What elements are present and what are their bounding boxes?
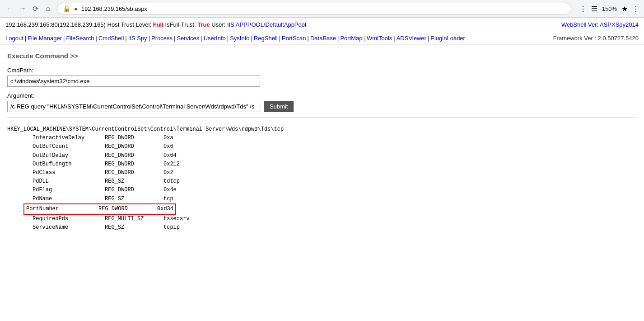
nav-userinfo[interactable]: UserInfo (204, 35, 226, 42)
reg-entry-type: REG_DWORD (105, 169, 163, 177)
grid-icon: ⋮ (579, 5, 587, 13)
nav-logout[interactable]: Logout (5, 35, 23, 42)
reg-entry-name: PdFlag (33, 186, 105, 194)
nav-database[interactable]: DataBase (310, 35, 336, 42)
reg-entries: InteractiveDelayREG_DWORD0xaOutBufCountR… (7, 134, 637, 232)
host-text: 192.168.239.165:80(192.168.239.165) (5, 21, 106, 28)
info-bar-left: 192.168.239.165:80(192.168.239.165) Host… (5, 21, 306, 28)
framework-version: Framework Ver : 2.0.50727.5420 (553, 35, 639, 42)
info-bar: 192.168.239.165:80(192.168.239.165) Host… (0, 18, 644, 32)
refresh-button[interactable]: ⟳ (30, 3, 41, 14)
nav-regshell[interactable]: RegShell (254, 35, 278, 42)
info-bar-right: WebShell Ver: ASPXSpy2014 (561, 21, 639, 28)
nav-process[interactable]: Process (151, 35, 173, 42)
cmd-output: HKEY_LOCAL_MACHINE\SYSTEM\CurrentControl… (7, 125, 637, 232)
trust-label: Host Trust Level: (107, 21, 153, 28)
reg-entry-value: 0xa (163, 134, 173, 142)
section-title: Execute Command >> (7, 52, 637, 60)
reg-entry-name: PortNumber (26, 205, 98, 213)
reg-entry-type: REG_DWORD (105, 151, 163, 160)
nav-cmdshell[interactable]: CmdShell (98, 35, 124, 42)
browser-right: ⋮ ☰ 150% ★ ⋮ (579, 5, 639, 13)
nav-portscan[interactable]: PortScan (282, 35, 306, 42)
submit-button[interactable]: Submit (264, 101, 294, 112)
more-icon[interactable]: ⋮ (632, 5, 639, 13)
reg-entry-type: REG_MULTI_SZ (105, 215, 163, 223)
user-label: User: (211, 21, 227, 28)
reg-entry-value: tdtcp (163, 177, 180, 186)
reg-entry-name: OutBufLength (33, 160, 105, 169)
reg-entry-line: OutBufDelayREG_DWORD0x64 (7, 151, 637, 160)
star-icon[interactable]: ★ (621, 5, 628, 13)
reg-entry-value: 0x212 (163, 160, 180, 169)
webshell-link[interactable]: WebShell Ver: ASPXSpy2014 (561, 21, 639, 28)
reg-entry-name: OutBufCount (33, 142, 105, 151)
zoom-level: 150% (602, 5, 617, 12)
highlighted-reg-entry: PortNumberREG_DWORD0xd3d (23, 203, 176, 215)
reg-entry-type: REG_DWORD (105, 186, 163, 194)
address-input[interactable] (81, 5, 565, 12)
reg-entry-value: tcpip (163, 223, 180, 232)
reg-entry-type: REG_SZ (105, 195, 163, 203)
reg-entry-name: RequiredPds (33, 215, 105, 223)
reg-entry-type: REG_DWORD (105, 142, 163, 151)
argument-group: Argument: Submit (7, 92, 637, 112)
nav-iispy[interactable]: IIS Spy (128, 35, 147, 42)
reg-entry-name: InteractiveDelay (33, 134, 105, 142)
cmdpath-group: CmdPath: (7, 67, 637, 87)
reg-entry-value: 0x64 (163, 151, 177, 160)
nav-sep-pipe: | (364, 35, 366, 42)
submit-row: Submit (7, 101, 637, 112)
reg-entry-type: REG_DWORD (105, 160, 163, 169)
nav-wmitools[interactable]: WmiTools (367, 35, 392, 42)
nav-bar: Logout | File Manager | FileSearch | Cmd… (0, 32, 644, 45)
reg-entry-line: OutBufLengthREG_DWORD0x212 (7, 160, 637, 169)
isfull-value: True (197, 21, 210, 28)
reg-entry-line: PdNameREG_SZtcp (7, 195, 637, 203)
nav-services[interactable]: Services (177, 35, 199, 42)
nav-filemanager[interactable]: File Manager (28, 35, 62, 42)
reg-entry-line: OutBufCountREG_DWORD0x6 (7, 142, 637, 151)
reg-entry-line: PdClassREG_DWORD0x2 (7, 169, 637, 177)
reg-entry-type: REG_SZ (105, 177, 163, 186)
back-button[interactable]: ← (5, 3, 15, 14)
nav-pluginloader[interactable]: PluginLoader (430, 35, 465, 42)
menu-icon: ☰ (591, 5, 597, 13)
reg-path-line: HKEY_LOCAL_MACHINE\SYSTEM\CurrentControl… (7, 125, 637, 134)
cmdpath-input[interactable] (7, 76, 260, 87)
reg-entry-name: PdClass (33, 169, 105, 177)
argument-label: Argument: (7, 92, 637, 99)
reg-entry-name: PdName (33, 195, 105, 203)
reg-entry-name: ServiceName (33, 223, 105, 232)
security-icon: 🔒 (63, 5, 70, 12)
reg-entry-value: 0x6 (163, 142, 173, 151)
reg-entry-type: REG_DWORD (98, 205, 157, 213)
nav-portmap[interactable]: PortMap (340, 35, 362, 42)
reg-entry-line: PortNumberREG_DWORD0xd3d (7, 203, 637, 215)
nav-adsviewer[interactable]: ADSViewer (397, 35, 426, 42)
isfull-label: IsFull-Trust: (165, 21, 197, 28)
main-content: Execute Command >> CmdPath: Argument: Su… (0, 45, 644, 239)
reg-entry-line: InteractiveDelayREG_DWORD0xa (7, 134, 637, 142)
browser-chrome: ← → ⟳ ⌂ 🔒 ● ⋮ ☰ 150% ★ ⋮ (0, 0, 644, 18)
cmdpath-label: CmdPath: (7, 67, 637, 74)
reg-entry-type: REG_DWORD (105, 134, 163, 142)
reg-entry-value: 0x2 (163, 169, 173, 177)
reg-entry-name: PdDLL (33, 177, 105, 186)
user-value: IIS APPPOOL\DefaultAppPool (227, 21, 306, 28)
nav-filesearch[interactable]: FileSearch (66, 35, 94, 42)
lock-icon: ● (74, 5, 78, 12)
home-button[interactable]: ⌂ (42, 3, 53, 14)
nav-sysinfo[interactable]: SysInfo (230, 35, 249, 42)
trust-value: Full (153, 21, 163, 28)
reg-entry-name: OutBufDelay (33, 151, 105, 160)
address-bar-wrap: 🔒 ● (57, 3, 571, 14)
reg-entry-value: tssecsrv (163, 215, 190, 223)
nav-buttons: ← → ⟳ ⌂ (5, 3, 53, 14)
reg-entry-type: REG_SZ (105, 223, 163, 232)
argument-input[interactable] (7, 101, 260, 112)
forward-button[interactable]: → (17, 3, 28, 14)
page-content: 192.168.239.165:80(192.168.239.165) Host… (0, 18, 644, 239)
divider (7, 118, 637, 118)
reg-entry-line: PdFlagREG_DWORD0x4e (7, 186, 637, 194)
